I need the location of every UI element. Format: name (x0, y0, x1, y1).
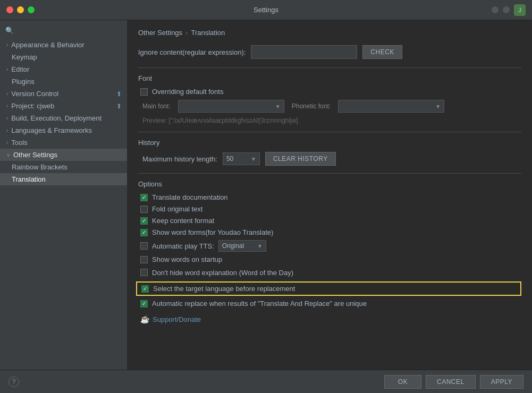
apply-button[interactable]: APPLY (480, 375, 523, 389)
main-font-arrow: ▼ (275, 104, 281, 109)
title-bar: Settings J (0, 0, 532, 20)
font-section: Font Overriding default fonts Main font:… (138, 74, 521, 124)
sidebar-search[interactable]: 🔍 (0, 23, 127, 39)
sidebar-item-appearance[interactable]: › Appearance & Behavior (0, 39, 127, 51)
search-icon: 🔍 (5, 27, 14, 35)
override-fonts-checkbox[interactable] (140, 88, 148, 96)
show-words-startup-checkbox[interactable] (140, 256, 148, 263)
check-button[interactable]: CHECK (362, 45, 402, 59)
support-link[interactable]: Support/Donate (153, 315, 201, 323)
sidebar-label: Appearance & Behavior (11, 41, 84, 49)
sidebar-item-other-settings[interactable]: ∨ Other Settings (0, 149, 127, 161)
history-length-value: 50 (226, 155, 233, 163)
keep-content-checkbox[interactable]: ✓ (140, 217, 148, 225)
history-row: Maximum history length: 50 ▼ CLEAR HISTO… (138, 152, 521, 166)
preview-label: Preview: (142, 117, 167, 124)
clear-history-button[interactable]: CLEAR HISTORY (265, 152, 336, 166)
translate-doc-label: Translate documentation (152, 193, 228, 201)
sidebar-item-rainbow-brackets[interactable]: Rainbow Brackets (0, 161, 127, 173)
main-layout: 🔍 › Appearance & Behavior Keymap › Edito… (0, 20, 532, 370)
bottom-bar: ? OK CANCEL APPLY (0, 370, 532, 393)
tts-select[interactable]: Original ▼ (218, 240, 266, 252)
auto-replace-checkbox[interactable]: ✓ (140, 300, 148, 307)
minimize-dot[interactable] (17, 6, 24, 13)
window-controls (6, 6, 35, 13)
support-icon: ☕ (140, 315, 149, 323)
sidebar-item-build[interactable]: › Build, Execution, Deployment (0, 112, 127, 124)
option-fold-original: Fold original text (138, 205, 521, 213)
sidebar-item-editor[interactable]: › Editor (0, 63, 127, 75)
sidebar-label: Project: cjweb (11, 102, 54, 110)
sidebar-item-tools[interactable]: › Tools (0, 136, 127, 149)
sidebar-label: Plugins (12, 78, 35, 86)
sidebar-item-project[interactable]: › Project: cjweb ⬆ (0, 100, 127, 112)
breadcrumb: Other Settings › Translation (138, 29, 521, 37)
ignore-content-row: Ignore content(regular expression): CHEC… (138, 45, 521, 59)
option-show-words-startup: Show words on startup (138, 255, 521, 263)
option-dont-hide-partial: Don't hide word explanation (Word of the… (138, 267, 521, 278)
plugin-icon: J (514, 4, 526, 16)
max-length-label: Maximum history length: (142, 155, 217, 163)
maximize-dot[interactable] (28, 6, 35, 13)
phonetic-font-select[interactable]: ▼ (338, 100, 444, 113)
tts-arrow: ▼ (257, 243, 263, 249)
auto-play-tts-checkbox[interactable] (140, 242, 148, 250)
upload-icon2: ⬆ (116, 102, 122, 110)
sidebar-label: Rainbow Brackets (12, 163, 67, 171)
tb-right-dot2 (503, 6, 510, 13)
main-font-label: Main font: (142, 102, 171, 110)
tts-value: Original (222, 242, 244, 250)
translate-doc-checkbox[interactable]: ✓ (140, 194, 148, 201)
history-length-select[interactable]: 50 ▼ (223, 152, 260, 165)
breadcrumb-parent[interactable]: Other Settings (138, 29, 182, 37)
chevron-icon: › (6, 140, 8, 146)
chevron-icon: › (6, 91, 8, 97)
chevron-icon: › (6, 66, 8, 72)
upload-icon: ⬆ (116, 90, 122, 98)
font-section-label: Font (138, 74, 521, 82)
options-title: Options (138, 180, 521, 188)
divider-font (138, 67, 521, 68)
chevron-icon: › (6, 103, 8, 109)
auto-replace-label: Automatic replace when results of "Trans… (152, 300, 367, 307)
chevron-icon: › (6, 42, 8, 48)
window-title: Settings (254, 6, 278, 14)
ok-button[interactable]: OK (384, 375, 421, 389)
font-preview-row: Preview: [";lз∂UIеæʌnо∂ааɛpbtdkgfvsz∂∂[3… (138, 117, 521, 124)
select-target-lang-checkbox[interactable]: ✓ (141, 285, 149, 293)
sidebar-item-languages[interactable]: › Languages & Frameworks (0, 124, 127, 136)
sidebar-label: Translation (12, 175, 46, 183)
dont-hide-checkbox[interactable] (140, 269, 148, 276)
keep-content-label: Keep content format (152, 217, 214, 225)
history-section-label: History (138, 139, 521, 147)
main-font-select[interactable]: ▼ (178, 100, 284, 113)
sidebar-label: Keymap (12, 53, 37, 61)
ignore-label: Ignore content(regular expression): (138, 48, 246, 56)
ignore-input[interactable] (251, 45, 357, 59)
fold-original-checkbox[interactable] (140, 206, 148, 213)
sidebar-item-translation[interactable]: Translation (0, 173, 127, 185)
show-words-startup-label: Show words on startup (152, 255, 222, 263)
sidebar-label: Other Settings (13, 151, 57, 159)
option-select-target-lang: ✓ Select the target language before repl… (136, 281, 521, 296)
select-target-lang-label: Select the target language before replac… (153, 285, 295, 293)
show-word-forms-label: Show word forms(for Youdao Translate) (152, 228, 273, 236)
cancel-button[interactable]: CANCEL (426, 375, 476, 389)
close-dot[interactable] (6, 6, 13, 13)
sidebar-label: Build, Execution, Deployment (11, 114, 102, 122)
sidebar-item-version-control[interactable]: › Version Control ⬆ (0, 88, 127, 100)
bottom-right: OK CANCEL APPLY (384, 375, 523, 389)
help-button[interactable]: ? (9, 377, 19, 387)
sidebar-label: Editor (11, 65, 29, 73)
phonetic-font-label: Phonetic font: (292, 102, 331, 110)
sidebar-item-keymap[interactable]: Keymap (0, 51, 127, 63)
option-auto-replace: ✓ Automatic replace when results of "Tra… (138, 300, 521, 307)
override-fonts-row: Overriding default fonts (138, 88, 521, 96)
override-fonts-label: Overriding default fonts (152, 88, 223, 96)
history-length-arrow: ▼ (251, 156, 256, 162)
sidebar-item-plugins[interactable]: Plugins (0, 75, 127, 88)
show-word-forms-checkbox[interactable]: ✓ (140, 229, 148, 236)
bottom-left: ? (9, 377, 19, 387)
sidebar-label: Tools (11, 139, 27, 147)
breadcrumb-separator: › (185, 29, 188, 37)
